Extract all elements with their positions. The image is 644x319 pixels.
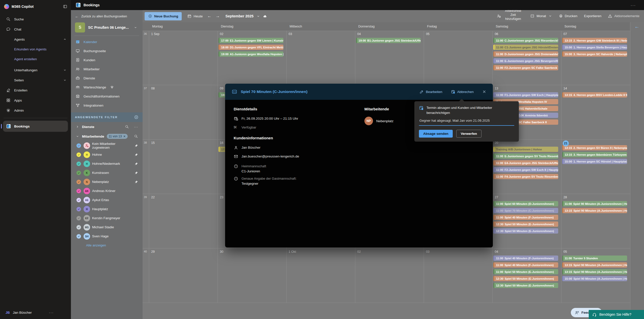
sidebar-item-buchungsseite[interactable]: Buchungsseite [71, 46, 143, 55]
day-cell[interactable]: 29 [149, 248, 218, 303]
calendar-event[interactable]: 11:00Spiel 40 Minuten (F-Junioren/innen) [493, 256, 558, 261]
calendar-event[interactable]: 13:15Spiel 90 Minuten (A-Junioren/innen … [562, 262, 627, 268]
rail-item-apps[interactable]: Apps [0, 95, 71, 105]
staff-filter-item[interactable]: MSMichael Stadie [71, 223, 143, 232]
calendar-event[interactable]: 11:00Spiel 70 Minuten (C-Junioren/innen) [493, 208, 558, 213]
checkbox-checked-icon[interactable] [76, 180, 81, 184]
rail-section-seiten[interactable]: Seiten [0, 75, 71, 85]
staff-filter-item[interactable]: HHohne/Niedermark [71, 159, 143, 168]
services-more-icon[interactable]: ··· [134, 125, 138, 129]
send-cancellation-button[interactable]: Absage senden [419, 130, 453, 138]
rail-link-agent-erstellen[interactable]: Agent erstellen [0, 54, 71, 64]
day-cell[interactable]: 2811:00Spiel 90 Minuten (A-Junioren/inne… [561, 194, 630, 248]
day-cell[interactable]: 02 [355, 248, 424, 303]
cancel-booking-button[interactable]: Abbrechen [451, 90, 474, 94]
add-time-off-button[interactable]: Arbeitsfreie Zeit hinzufügen [497, 11, 524, 21]
action-items-button[interactable]: Aktionselemente [608, 14, 639, 18]
search-icon[interactable] [134, 134, 138, 138]
sidebar-item-integrationen[interactable]: Integrationen [71, 101, 143, 110]
calendar-event[interactable]: 17:00E1-Junioren gegen SW Lienen | Kunst… [219, 38, 283, 43]
day-cell[interactable]: 1413:154. Herren gegen BSV Leeden-Ledde … [561, 85, 630, 139]
rail-item-erstellen[interactable]: Erstellen [0, 85, 71, 95]
day-cell[interactable]: 03 [424, 248, 493, 303]
day-cell[interactable]: 1 Sep [149, 31, 218, 85]
day-cell[interactable]: 15 [149, 140, 218, 194]
clear-filters-icon[interactable] [134, 115, 139, 119]
rail-section-unterhaltungen[interactable]: Unterhaltungen [0, 65, 71, 75]
sidebar-item-geschäftsinformationen[interactable]: Geschäftsinformationen [71, 92, 143, 101]
sidebar-item-kunden[interactable]: Kunden [71, 55, 143, 65]
org-selector[interactable]: S SC Preußen 06 Lenge... [71, 21, 143, 36]
rail-item-suche[interactable]: Suche [0, 14, 71, 24]
rail-user[interactable]: JB Jan Büscher ··· [0, 308, 80, 317]
calendar-event[interactable]: 15:001. Herren gegen Stella Bevergern | … [562, 45, 627, 50]
calendar-event[interactable]: 12:30Spiel 50 Minuten (E-Junioren/innen) [493, 283, 558, 288]
staff-filter-item[interactable]: SHSven Hage [71, 232, 143, 241]
day-cell[interactable]: 1 Okt [287, 248, 355, 303]
calendar-event[interactable]: 11:00C-Juniorinnen gegen JSG Riesenbeck/… [493, 38, 558, 43]
calendar-event[interactable]: 11:00F4-Junioren gegen SV Teuto Riesenbe… [493, 174, 558, 179]
calendar-event[interactable]: 13:152. Herren gegen SV Büren II | Neben… [562, 145, 627, 150]
calendar-event[interactable]: 11:00Spiel 60 Minuten (D-Junioren/innen) [493, 201, 558, 206]
today-button[interactable]: Heute [187, 14, 203, 18]
rail-item-chat[interactable]: Chat [0, 24, 71, 34]
calendar-event[interactable]: 11:00C1-Junioren gegen JSG Hörstel/Dreie… [493, 45, 558, 50]
checkbox-checked-icon[interactable] [76, 216, 81, 220]
staff-filter-item[interactable]: AEAykut Ertas [71, 196, 143, 205]
checkbox-checked-icon[interactable] [76, 162, 81, 166]
day-cell[interactable]: 22 [149, 194, 218, 248]
print-button[interactable]: Drucken [559, 14, 577, 18]
rail-section-agents[interactable]: Agents [0, 34, 71, 44]
calendar-event[interactable]: 12:30Spiel 50 Minuten (E-Junioren/innen) [493, 276, 558, 281]
calendar-event[interactable]: 13:154. Herren gegen BSV Leeden-Ledde II… [562, 92, 627, 98]
calendar-event[interactable]: 11:00D-Juniorinnen gegen JSG Dreierwalde… [493, 51, 558, 57]
badge-close-icon[interactable]: ✕ [123, 135, 126, 138]
staff-filter-item[interactable]: ?Kein Mitarbeiter zugewiesen [71, 141, 143, 150]
sidebar-toggle-icon[interactable] [63, 4, 67, 9]
staff-filter-item[interactable]: NNebenplatz [71, 177, 143, 186]
calendar-event[interactable]: 19:00B1-Junioren gegen JSG Steinbeck/Uff… [356, 38, 421, 43]
calendar-event[interactable]: 12:30Spiel 50 Minuten (E-Junioren/innen) [493, 221, 558, 227]
filter-group-staff[interactable]: Mitarbeitende 11 von 13 ✕ [71, 132, 143, 141]
day-cell[interactable]: 0217:00E1-Junioren gegen SW Lienen | Kun… [218, 31, 286, 85]
staff-filter-item[interactable]: HHauptplatz [71, 205, 143, 214]
close-icon[interactable] [482, 90, 486, 94]
calendar-event[interactable]: 11:00Spiel 50 Minuten (E-Junioren/innen) [493, 269, 558, 274]
staff-filter-badge[interactable]: 11 von 13 ✕ [107, 134, 128, 139]
day-cell[interactable]: 2113:152. Herren gegen SV Büren II | Neb… [561, 140, 630, 194]
day-cell[interactable]: 05 [424, 31, 493, 85]
checkbox-checked-icon[interactable] [76, 234, 81, 239]
calendar-event[interactable]: 11:00Turnier 5 Stunden [562, 256, 627, 261]
calendar-event[interactable]: 13:152. Herren gegen GW Steinbeck III | … [562, 38, 627, 43]
calendar-event[interactable]: 15:003. Herren gegen SC Halverde | Neben… [562, 51, 627, 57]
day-cell[interactable]: 0411:00Spiel 40 Minuten (F-Junioren/inne… [493, 248, 561, 303]
checkbox-checked-icon[interactable] [76, 207, 81, 211]
calendar-event[interactable]: 11:00F2-Junioren gegen SW Esch II | Haup… [493, 167, 558, 172]
user-more-button[interactable]: ··· [49, 311, 54, 314]
sidebar-item-dienste[interactable]: Dienste [71, 74, 143, 83]
view-switcher[interactable]: Monat [530, 14, 552, 18]
day-cell[interactable]: 0419:00B1-Junioren gegen JSG Steinbeck/U… [355, 31, 424, 85]
sidebar-item-warteschlange[interactable]: Warteschlange [71, 83, 143, 92]
calendar-event[interactable]: 11:00Spiel 40 Minuten (F-Junioren/innen) [493, 262, 558, 268]
calendar-event[interactable]: 13:153. Herren gegen Ibbenbüren Türkoyem… [562, 152, 627, 157]
calendar-event[interactable]: 18:00D1-Junioren gegen VFL Eintracht Met… [219, 45, 283, 50]
day-cell[interactable]: 0611:00C-Juniorinnen gegen JSG Riesenbec… [493, 31, 561, 85]
calendar-event[interactable]: Training A/B-Juniorinnen | Hohne [493, 147, 558, 152]
calendar-event[interactable]: 13:15Spiel 90 Minuten (A-Junioren/innen … [562, 269, 627, 274]
export-button[interactable]: Exportieren [584, 14, 601, 18]
day-cell[interactable]: 08 [149, 85, 218, 139]
day-cell[interactable]: 30 [218, 248, 286, 303]
month-picker[interactable]: September 2025 [225, 14, 267, 18]
show-all-link[interactable]: Alle anzeigen [71, 241, 143, 247]
sidebar-item-mitarbeiter[interactable]: Mitarbeiter [71, 65, 143, 74]
day-cell[interactable]: 20Training A/B-Juniorinnen | Hohne11:00E… [493, 140, 561, 194]
checkbox-checked-icon[interactable] [76, 143, 81, 148]
calendar-event[interactable]: 11:00Spiel 90 Minuten (A-Junioren/innen … [562, 201, 627, 206]
rail-item-admin[interactable]: AAdmin [0, 105, 71, 115]
staff-filter-item[interactable]: KFKerstin Fangmeyer [71, 214, 143, 223]
day-cell[interactable]: 0511:00Turnier 5 Stunden13:15Spiel 90 Mi… [561, 248, 630, 303]
checkbox-checked-icon[interactable] [76, 152, 81, 157]
day-cell[interactable]: 03 [287, 31, 355, 85]
new-booking-button[interactable]: Neue Buchung [145, 12, 182, 20]
